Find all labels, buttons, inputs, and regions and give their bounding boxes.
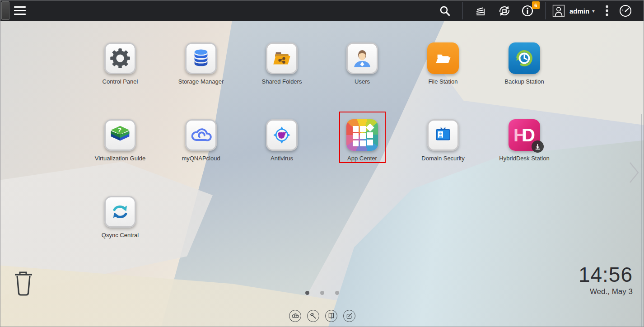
icon-label: Antivirus (271, 155, 293, 162)
icon-label: Virtualization Guide (95, 155, 146, 162)
hd-letters-icon: H D (509, 119, 540, 151)
app-icon-backup-station[interactable]: Backup Station (484, 42, 565, 85)
app-icon-myqnapcloud[interactable]: myQNAPcloud (160, 119, 242, 162)
icon-label: HybridDesk Station (499, 155, 549, 162)
folder-icon (427, 42, 459, 74)
page-dot[interactable] (305, 291, 309, 295)
icon-label: Storage Manager (178, 78, 224, 85)
cloud-icon (185, 119, 217, 151)
icon-label: File Station (428, 78, 457, 85)
backup-clock-icon (509, 42, 540, 74)
app-icon-qsync-central[interactable]: Qsync Central (79, 196, 161, 239)
app-icon-shared-folders[interactable]: Shared Folders (241, 42, 322, 85)
page-dot[interactable] (335, 291, 339, 295)
clock-time: 14:56 (579, 264, 633, 285)
app-icon-app-center[interactable]: App Center (322, 119, 403, 162)
icon-label: Backup Station (504, 78, 544, 85)
qnap-desktop: 6 admin ▼ (0, 0, 644, 327)
antivirus-target-icon (266, 119, 298, 151)
shared-folder-icon (266, 42, 298, 74)
username-label: admin (569, 7, 589, 15)
utilities-hammer-icon[interactable] (307, 310, 319, 322)
icon-label: Users (355, 78, 370, 85)
topbar-divider (462, 2, 462, 19)
icon-label: Shared Folders (262, 78, 302, 85)
bottom-dock (0, 310, 644, 322)
notification-badge: 6 (532, 1, 540, 9)
search-icon[interactable] (439, 5, 451, 17)
window-edge-tab (1, 1, 9, 20)
database-icon (185, 42, 217, 74)
icon-label: myQNAPcloud (182, 155, 220, 162)
main-menu-button[interactable] (14, 6, 26, 15)
icon-label: Qsync Central (102, 232, 139, 238)
sync-arrows-icon (104, 196, 136, 228)
id-badge-icon (427, 119, 459, 151)
icon-label: Control Panel (103, 78, 138, 85)
app-icon-users[interactable]: Users (322, 42, 403, 85)
app-icon-domain-security[interactable]: Domain Security (402, 119, 484, 162)
page-dot[interactable] (320, 291, 324, 295)
app-icon-virtualization-guide[interactable]: ? Virtualization Guide (79, 119, 161, 162)
topbar-divider (546, 2, 546, 19)
background-tasks-icon[interactable] (474, 5, 487, 17)
notifications-icon[interactable]: 6 (522, 5, 534, 17)
gear-icon (104, 42, 136, 74)
app-icon-file-station[interactable]: File Station (402, 42, 484, 85)
feedback-note-icon[interactable] (343, 310, 355, 322)
user-avatar[interactable] (552, 5, 565, 17)
virtualization-box-icon: ? (104, 119, 136, 151)
app-icon-antivirus[interactable]: Antivirus (241, 119, 322, 162)
user-menu[interactable]: admin ▼ (565, 7, 600, 15)
app-icon-hybriddesk-station[interactable]: H D HybridDesk Station (484, 119, 565, 162)
page-indicator (0, 291, 644, 295)
app-grid-icon (346, 119, 378, 151)
topbar-right-group: 6 admin ▼ (434, 0, 644, 21)
manual-book-icon[interactable] (325, 310, 337, 322)
user-icon (346, 42, 378, 74)
icon-label: App Center (347, 155, 377, 162)
app-icon-storage-manager[interactable]: Storage Manager (160, 42, 242, 85)
top-bar: 6 admin ▼ (0, 0, 644, 21)
more-options-icon[interactable] (605, 5, 609, 17)
chevron-down-icon: ▼ (591, 9, 596, 14)
dashboard-gauge-icon[interactable] (619, 4, 632, 18)
app-icon-control-panel[interactable]: Control Panel (79, 42, 161, 85)
firmware-sync-icon[interactable] (497, 4, 512, 18)
myqnapcloud-link-icon[interactable] (289, 310, 301, 322)
next-page-chevron-icon[interactable] (628, 161, 640, 186)
download-badge-icon (532, 140, 544, 153)
icon-label: Domain Security (421, 155, 464, 162)
